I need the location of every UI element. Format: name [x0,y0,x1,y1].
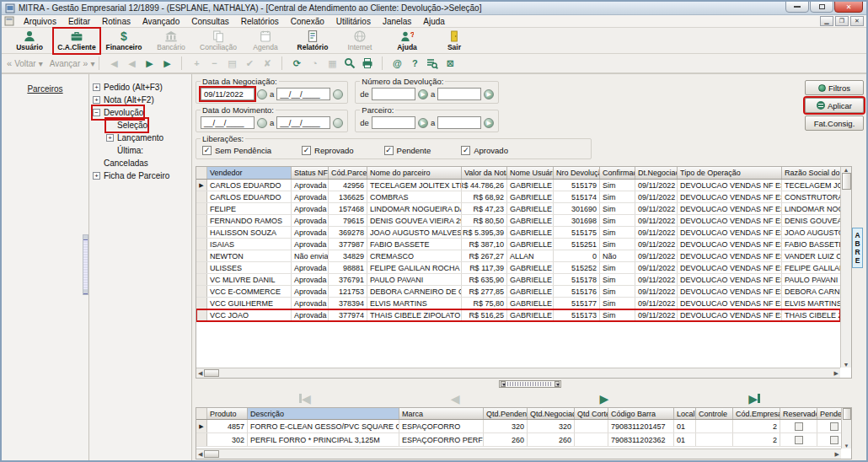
table-row[interactable]: VCC E-COMMERCEAprovada121753DEBORA CARNE… [196,286,840,298]
mdi-close-button[interactable]: ✕ [850,16,864,26]
toolbar-button-bancario[interactable]: Bancário [148,29,194,53]
tree-item-ltima[interactable]: Última: [106,144,143,157]
column-header-reservado[interactable]: Reservado [780,408,817,419]
checkbox-icon[interactable] [830,422,839,431]
avancar-button[interactable]: Avançar » ▾ [50,58,95,68]
scroll-thumb[interactable] [842,173,851,190]
menu-conex-o[interactable]: Conexão [285,17,330,26]
close-grid-button[interactable]: ⊠ [442,56,458,71]
help-button[interactable]: ? [407,56,422,71]
toolbar-button-relatorio[interactable]: Relatório [290,29,335,53]
filtros-button[interactable]: Filtros [805,80,864,95]
tree-item-devolu-o[interactable]: −Devolução [93,106,143,119]
checkbox-icon[interactable]: ✓ [384,146,394,155]
checkbox-pendente[interactable]: ✓Pendente [384,146,431,155]
print-icon[interactable] [360,56,375,71]
column-header-produto[interactable]: Produto [207,408,248,419]
grid-horizontal-scrollbar[interactable]: ◀ ▶ [196,368,840,378]
tree-item-lan-amento[interactable]: +Lançamento [106,132,163,144]
negotiation-date-from-input[interactable]: 09/11/2022 [201,88,255,100]
refresh-button[interactable]: ⟳ [289,56,304,71]
column-header-dt-negocia-o[interactable]: Dt.Negociação [635,167,678,179]
column-header-raz-o-social-do-parc[interactable]: Razão Social do parc [782,167,840,179]
table-row[interactable]: ▶CARLOS EDUARDOAprovada42956TECELAGEM JO… [196,180,840,191]
checkbox-icon[interactable] [830,436,839,444]
toolbar-button-conciliacao[interactable]: Conciliação [196,29,241,53]
table-row[interactable]: 302PERFIL FORRO * PRINCIPAL 3,125MESPAÇO… [196,433,841,447]
voltar-button[interactable]: « Voltar ▾ [7,58,43,68]
toolbar-button-internet[interactable]: Internet [337,29,383,53]
scroll-left-icon[interactable]: ◀ [198,451,202,458]
pager-last-button[interactable]: ▶ [748,392,760,406]
grid-vertical-scrollbar[interactable]: ▼ [841,408,851,449]
tree-item-pedido-alt-f3[interactable]: +Pedido (Alt+F3) [93,81,163,94]
mdi-restore-button[interactable]: ❐ [835,16,849,26]
column-header-status-nf-e[interactable]: Status NF-e [292,167,329,179]
menu-utilit-rios[interactable]: Utilitários [330,17,377,26]
column-header-pendente[interactable]: Pendente [817,408,841,419]
toolbar-button-financeiro[interactable]: $Financeiro [101,29,147,53]
parceiros-button[interactable]: Parceiros [2,84,88,94]
column-header-valor-da-nota[interactable]: Valor da Nota [462,167,507,179]
table-row[interactable]: CARLOS EDUARDOAprovada136625COMBRASR$ 68… [196,191,840,203]
lookup-icon[interactable]: ▶ [418,89,428,99]
table-row[interactable]: VCC JOAOAprovada377974THAIS CIBELE ZIPOL… [196,309,840,321]
calendar-icon[interactable] [257,89,267,99]
table-row[interactable]: ULISSESAprovada98881FELIPE GALILAN ROCHA… [196,262,840,274]
checkbox-icon[interactable]: ✓ [461,146,470,155]
tree-item-sele-o[interactable]: Seleção [106,119,147,132]
expand-icon[interactable]: + [93,172,100,180]
voltar-dropdown-icon[interactable]: ▾ [39,59,43,68]
scroll-left-icon[interactable]: ◀ [198,370,202,377]
mdi-minimize-button[interactable]: ▁ [820,16,833,26]
table-row[interactable]: VCC GUILHERMEAprovada378394ELVIS MARTINS… [196,298,840,309]
column-header-qtd-pendente[interactable]: Qtd.Pendente [484,408,528,419]
column-header-vendedor[interactable]: Vendedor [207,167,292,179]
column-header-nome-do-parceiro[interactable]: Nome do parceiro [367,167,462,179]
movement-date-to-input[interactable]: __/__/____ [276,116,330,129]
scroll-down-icon[interactable]: ▼ [844,443,849,449]
column-header-qtd-corte[interactable]: Qtd Corte [575,408,608,419]
expand-icon[interactable]: + [93,83,100,91]
menu-consultas[interactable]: Consultas [185,17,234,26]
partner-from-input[interactable] [372,116,415,129]
toolbar-button-usuario[interactable]: Usuário [7,29,52,53]
menu-ajuda[interactable]: Ajuda [417,17,451,26]
table-row[interactable]: FERNANDO RAMOSAprovada79615DENIS GOUVEA … [196,215,840,227]
scroll-right-icon[interactable]: ▶ [834,370,839,377]
checkbox-icon[interactable]: ✓ [302,146,311,155]
column-header-descri-o[interactable]: Descrição [248,408,399,419]
scroll-right-icon[interactable]: ▶ [835,451,839,458]
column-header-c-d-empresa[interactable]: Cód.Empresa [733,408,780,419]
last-record-button[interactable]: ▶ [159,56,174,71]
calendar-icon[interactable] [257,118,267,128]
column-header-c-digo-barra[interactable]: Código Barra [608,408,674,419]
column-header-controle[interactable]: Controle [696,408,733,419]
menu-arquivos[interactable]: Arquivos [18,17,62,26]
negotiation-date-to-input[interactable]: __/__/____ [276,88,330,100]
expand-icon[interactable]: + [93,96,100,104]
toolbar-button-ca-cliente[interactable]: C.A.Cliente [54,29,99,53]
column-header-c-d-parceiro[interactable]: Cód.Parceiro [329,167,367,179]
scroll-down-icon[interactable]: ▼ [844,362,849,368]
tree-item-ficha-de-parceiro[interactable]: +Ficha de Parceiro [93,169,169,182]
table-row[interactable]: FELIPEAprovada157468LINDOMAR NOGUEIRA DA… [196,203,840,215]
column-header-confirmada[interactable]: Confirmada [600,167,635,179]
aplicar-button[interactable]: Aplicar [805,98,864,113]
menu-relat-rios[interactable]: Relatórios [235,17,285,26]
sidebar-splitter-handle[interactable] [83,234,88,295]
menu-avan-ado[interactable]: Avançado [137,17,185,26]
column-header-marca[interactable]: Marca [399,408,484,419]
scroll-thumb[interactable] [204,450,219,458]
search-list-icon[interactable] [425,56,440,71]
column-header-nome-usu-rio[interactable]: Nome Usuário [507,167,554,179]
expand-icon[interactable]: + [106,134,114,142]
split-slider[interactable] [499,380,561,388]
table-row[interactable]: HALISSON SOUZAAprovada369278JOAO AUGUSTO… [196,227,840,239]
collapse-icon[interactable]: − [93,109,100,116]
lookup-icon[interactable]: ▶ [484,118,494,128]
menu-editar[interactable]: Editar [62,17,96,26]
abre-side-tab[interactable]: ABRE [852,228,863,268]
toolbar-button-agenda[interactable]: Agenda [243,29,288,53]
lookup-icon[interactable]: ▶ [418,118,428,128]
